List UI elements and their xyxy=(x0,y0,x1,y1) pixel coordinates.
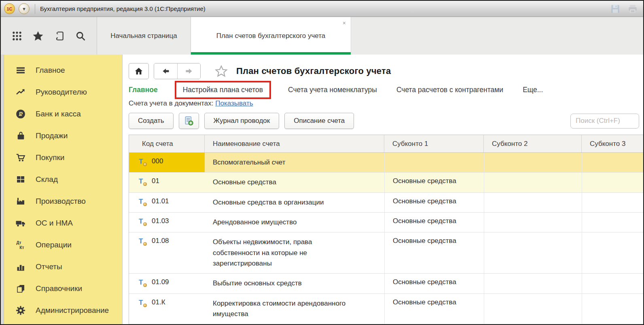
sidebar-item-production[interactable]: Производство xyxy=(4,190,122,212)
account-name-cell[interactable]: Корректировка стоимости арендованного им… xyxy=(205,294,384,324)
subconto-3-cell[interactable] xyxy=(582,274,643,293)
account-code: 01.К xyxy=(152,298,165,306)
account-name-cell[interactable]: Вспомогательный счет xyxy=(205,153,384,172)
sidebar-item-administration[interactable]: Администрирование xyxy=(4,300,122,321)
menu-item-chart-settings[interactable]: Настройка плана счетов xyxy=(183,86,263,94)
account-row[interactable]: Т 000 Вспомогательный счет xyxy=(129,153,643,173)
history-icon[interactable] xyxy=(51,28,68,44)
account-name-cell[interactable]: Основные средства в организации xyxy=(205,193,384,212)
favorite-star-icon[interactable] xyxy=(214,65,228,78)
account-code-cell[interactable]: Т 01.08 xyxy=(129,232,205,273)
quick-toolbar xyxy=(1,17,97,55)
account-code-cell[interactable]: Т 000 xyxy=(129,153,205,172)
account-row[interactable]: Т 01.09 Выбытие основных средств Основны… xyxy=(129,274,643,293)
section-menu: Главное Настройка плана счетов Счета уче… xyxy=(129,86,643,94)
subconto-2-cell[interactable] xyxy=(484,153,582,172)
column-header-5[interactable]: Субконто 3 xyxy=(582,135,643,152)
account-row[interactable]: Т 01.01 Основные средства в организации … xyxy=(129,193,643,213)
page-title: План счетов бухгалтерского учета xyxy=(236,66,391,76)
forward-button[interactable] xyxy=(177,63,200,79)
subconto-2-cell[interactable] xyxy=(484,193,582,212)
account-name-cell[interactable]: Объекты недвижимости, права собственност… xyxy=(205,232,384,273)
search-input[interactable] xyxy=(570,114,639,129)
sidebar-item-sales[interactable]: Продажи xyxy=(4,125,122,147)
column-header-1[interactable]: Код счета xyxy=(129,135,205,152)
apps-grid-icon[interactable] xyxy=(9,28,25,44)
sidebar-item-warehouse[interactable]: Склад xyxy=(4,169,122,190)
menu-item-more[interactable]: Еще... xyxy=(523,86,543,94)
subconto-1-cell[interactable]: Основные средства xyxy=(384,193,484,212)
back-button[interactable] xyxy=(154,63,177,79)
account-code-cell[interactable]: Т 01 xyxy=(129,173,205,192)
account-code: 01 xyxy=(152,177,159,185)
account-code-cell[interactable]: Т 01.01 xyxy=(129,193,205,212)
account-description-button[interactable]: Описание счета xyxy=(284,113,354,129)
subconto-2-cell[interactable] xyxy=(484,274,582,293)
account-code-cell[interactable]: Т 01.09 xyxy=(129,274,205,293)
account-name-cell[interactable]: Выбытие основных средств xyxy=(205,274,384,293)
sidebar-item-manager[interactable]: Руководителю xyxy=(4,81,122,103)
column-header-4[interactable]: Субконто 2 xyxy=(484,135,582,152)
column-header-2[interactable]: Наименование счета xyxy=(205,135,384,152)
account-code-cell[interactable]: Т 01.К xyxy=(129,294,205,324)
account-code-cell[interactable]: Т 01.03 xyxy=(129,213,205,232)
menu-item-main-section[interactable]: Главное xyxy=(129,86,158,94)
account-row[interactable]: Т 01.03 Арендованное имущество Основные … xyxy=(129,213,643,232)
account-t-icon: Т xyxy=(139,178,145,185)
system-menu-button[interactable]: ▼ xyxy=(19,3,30,14)
account-row[interactable]: Т 01 Основные средства Основные средства xyxy=(129,173,643,192)
subconto-3-cell[interactable] xyxy=(582,193,643,212)
subconto-3-cell[interactable] xyxy=(582,232,643,273)
subconto-1-cell[interactable]: Основные средства xyxy=(384,294,484,324)
show-accounts-link[interactable]: Показывать xyxy=(215,99,253,107)
account-row[interactable]: Т 01.08 Объекты недвижимости, права собс… xyxy=(129,232,643,274)
titlebar-divider xyxy=(35,4,35,14)
menu-item-counterparty-accounts[interactable]: Счета расчетов с контрагентами xyxy=(396,86,503,94)
subconto-3-cell[interactable] xyxy=(582,213,643,232)
subconto-3-cell[interactable] xyxy=(582,173,643,192)
print-icon[interactable] xyxy=(627,4,638,14)
tab-home-page[interactable]: Начальная страница xyxy=(97,17,191,55)
create-button[interactable]: Создать xyxy=(129,113,174,129)
subconto-2-cell[interactable] xyxy=(484,232,582,273)
column-header-3[interactable]: Субконто 1 xyxy=(384,135,484,152)
journal-button[interactable]: Журнал проводок xyxy=(204,113,280,129)
left-edge-strip xyxy=(1,55,4,324)
menu-icon xyxy=(15,65,27,76)
sidebar-item-label: Банк и касса xyxy=(36,110,81,118)
subconto-3-cell[interactable] xyxy=(582,153,643,172)
menu-item-label: Главное xyxy=(129,86,158,94)
tab-close-icon[interactable]: × xyxy=(343,20,346,26)
save-icon[interactable] xyxy=(610,4,621,14)
sidebar-item-label: Производство xyxy=(36,197,86,206)
subconto-1-cell[interactable]: Основные средства xyxy=(384,232,484,273)
sidebar-item-label: Склад xyxy=(36,175,58,184)
account-row[interactable]: Т 01.К Корректировка стоимости арендован… xyxy=(129,294,643,324)
subconto-2-cell[interactable] xyxy=(484,213,582,232)
account-name-cell[interactable]: Арендованное имущество xyxy=(205,213,384,232)
one-c-logo-icon[interactable]: 1С xyxy=(4,3,15,14)
sidebar-item-operations[interactable]: ДтКт Операции xyxy=(4,234,122,256)
search-icon[interactable] xyxy=(72,28,89,44)
menu-item-item-accounts[interactable]: Счета учета номенклатуры xyxy=(288,86,377,94)
favorites-star-icon[interactable] xyxy=(30,28,46,44)
sidebar-item-directories[interactable]: Справочники xyxy=(4,278,122,300)
subconto-1-cell[interactable]: Основные средства xyxy=(384,213,484,232)
subconto-1-cell[interactable]: Основные средства xyxy=(384,274,484,293)
subconto-1-cell[interactable]: Основные средства xyxy=(384,173,484,192)
account-name-cell[interactable]: Основные средства xyxy=(205,173,384,192)
sidebar-item-purchases[interactable]: Покупки xyxy=(4,147,122,169)
sidebar-item-reports[interactable]: Отчеты xyxy=(4,256,122,278)
sidebar-item-bank-cash[interactable]: Р Банк и касса xyxy=(4,103,122,125)
tab-chart-of-accounts[interactable]: План счетов бухгалтерского учета × xyxy=(191,17,351,55)
sidebar-item-main[interactable]: Главное xyxy=(4,59,122,81)
bag-icon xyxy=(15,130,27,141)
dt-kt-icon: ДтКт xyxy=(15,239,27,251)
sidebar-item-fixed-assets[interactable]: ОС и НМА xyxy=(4,212,122,234)
subconto-1-cell[interactable] xyxy=(384,153,484,172)
home-button[interactable] xyxy=(129,63,149,79)
subconto-2-cell[interactable] xyxy=(484,173,582,192)
create-group-button[interactable] xyxy=(179,113,199,129)
subconto-2-cell[interactable] xyxy=(484,294,582,324)
subconto-3-cell[interactable] xyxy=(582,294,643,324)
